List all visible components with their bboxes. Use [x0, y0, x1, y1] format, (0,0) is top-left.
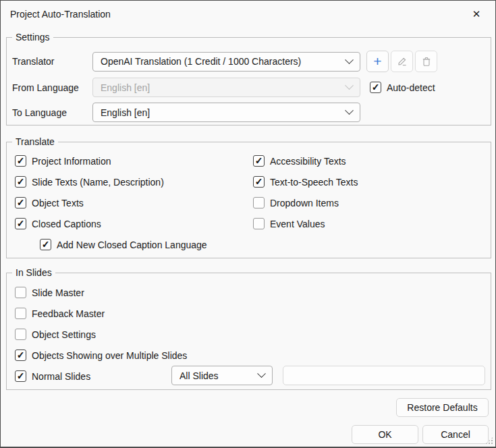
close-button[interactable]: ✕: [470, 7, 483, 21]
row-normal-slides: Normal Slides: [15, 366, 90, 386]
chevron-down-icon: [345, 106, 354, 115]
checkbox-add-new-closed-caption-language[interactable]: [40, 239, 51, 250]
checkbox-slide-texts[interactable]: [15, 176, 26, 188]
trash-icon: [421, 56, 432, 67]
dialog-project-auto-translation: Project Auto-Translation ✕ Settings Tran…: [0, 0, 496, 448]
translate-legend: Translate: [12, 136, 58, 148]
checkbox-objects-showing-over-multiple-slides[interactable]: [15, 349, 26, 361]
cancel-button[interactable]: Cancel: [422, 425, 489, 444]
in-slides-group: In Slides Slide Master Feedback Master O…: [6, 273, 491, 390]
checkbox-auto-detect[interactable]: [370, 82, 381, 93]
checkbox-closed-captions[interactable]: [15, 218, 26, 229]
from-language-value: English [en]: [101, 82, 150, 93]
close-icon: ✕: [472, 8, 481, 20]
checkbox-event-values[interactable]: [253, 218, 265, 229]
dialog-title: Project Auto-Translation: [10, 9, 111, 20]
in-slides-legend: In Slides: [12, 267, 55, 279]
edit-icon: [397, 56, 408, 67]
row-event-values: Event Values: [253, 218, 325, 229]
row-accessibility-texts: Accessibility Texts: [253, 155, 346, 167]
row-feedback-master: Feedback Master: [15, 308, 105, 319]
translator-label: Translator: [12, 56, 92, 67]
checkbox-dropdown-items[interactable]: [253, 197, 265, 208]
plus-icon: +: [373, 54, 381, 68]
project-information-label: Project Information: [32, 156, 111, 167]
closed-captions-label: Closed Captions: [32, 219, 101, 229]
cancel-label: Cancel: [441, 429, 470, 440]
object-settings-label: Object Settings: [32, 329, 96, 340]
checkbox-accessibility-texts[interactable]: [253, 155, 265, 167]
row-object-settings: Object Settings: [15, 329, 96, 340]
chevron-down-icon: [345, 81, 354, 90]
translator-row: Translator OpenAI Translation (1 Credit …: [12, 51, 437, 72]
objects-showing-over-multiple-slides-label: Objects Showing over Multiple Slides: [32, 350, 187, 361]
row-dropdown-items: Dropdown Items: [253, 197, 339, 208]
accessibility-texts-label: Accessibility Texts: [270, 156, 346, 167]
ok-label: OK: [378, 429, 391, 440]
normal-slides-label: Normal Slides: [32, 371, 90, 382]
title-bar: Project Auto-Translation ✕: [1, 1, 495, 28]
restore-defaults-button[interactable]: Restore Defaults: [396, 398, 489, 417]
row-object-texts: Object Texts: [15, 197, 84, 208]
translator-value: OpenAI Translation (1 Credit / 1000 Char…: [101, 56, 301, 67]
dropdown-items-label: Dropdown Items: [270, 198, 339, 208]
restore-defaults-label: Restore Defaults: [407, 402, 477, 413]
slide-master-label: Slide Master: [32, 287, 84, 298]
from-language-select: English [en]: [92, 78, 360, 97]
add-translator-button[interactable]: +: [366, 51, 389, 72]
ok-button[interactable]: OK: [352, 425, 418, 444]
checkbox-slide-master[interactable]: [15, 287, 26, 298]
chevron-down-icon: [345, 55, 354, 64]
checkbox-text-to-speech-texts[interactable]: [253, 176, 265, 188]
slides-scope-select[interactable]: All Slides: [171, 366, 273, 385]
checkbox-object-settings[interactable]: [15, 329, 26, 340]
settings-legend: Settings: [12, 31, 53, 44]
to-language-label: To Language: [12, 107, 92, 118]
translator-select[interactable]: OpenAI Translation (1 Credit / 1000 Char…: [92, 52, 360, 72]
checkbox-normal-slides[interactable]: [15, 370, 26, 382]
row-slide-texts: Slide Texts (Name, Description): [15, 176, 164, 188]
feedback-master-label: Feedback Master: [32, 308, 105, 319]
add-new-closed-caption-language-label: Add New Closed Caption Language: [57, 240, 207, 250]
to-language-select[interactable]: English [en]: [92, 103, 360, 122]
checkbox-project-information[interactable]: [15, 155, 26, 167]
checkbox-object-texts[interactable]: [15, 197, 26, 208]
to-language-row: To Language English [en]: [12, 103, 360, 122]
from-language-row: From Language English [en] Auto-detect: [12, 78, 435, 97]
row-text-to-speech-texts: Text-to-Speech Texts: [253, 176, 358, 188]
settings-group: Settings Translator OpenAI Translation (…: [6, 37, 491, 125]
delete-translator-button: [415, 51, 437, 72]
row-add-new-closed-caption-language: Add New Closed Caption Language: [40, 239, 207, 250]
text-to-speech-texts-label: Text-to-Speech Texts: [270, 177, 358, 188]
auto-detect-label: Auto-detect: [387, 82, 435, 93]
slide-texts-label: Slide Texts (Name, Description): [32, 177, 164, 188]
translate-group: Translate Project Information Slide Text…: [6, 142, 491, 258]
slides-range-input[interactable]: [283, 366, 485, 385]
row-slide-master: Slide Master: [15, 287, 84, 298]
checkbox-feedback-master[interactable]: [15, 308, 26, 319]
slides-scope-value: All Slides: [180, 370, 219, 381]
event-values-label: Event Values: [270, 219, 325, 229]
to-language-value: English [en]: [101, 107, 150, 118]
edit-translator-button: [391, 51, 413, 72]
object-texts-label: Object Texts: [32, 198, 84, 208]
row-objects-showing-over-multiple-slides: Objects Showing over Multiple Slides: [15, 349, 187, 361]
chevron-down-icon: [257, 369, 266, 378]
row-project-information: Project Information: [15, 155, 111, 167]
from-language-label: From Language: [12, 82, 92, 93]
row-closed-captions: Closed Captions: [15, 218, 101, 229]
